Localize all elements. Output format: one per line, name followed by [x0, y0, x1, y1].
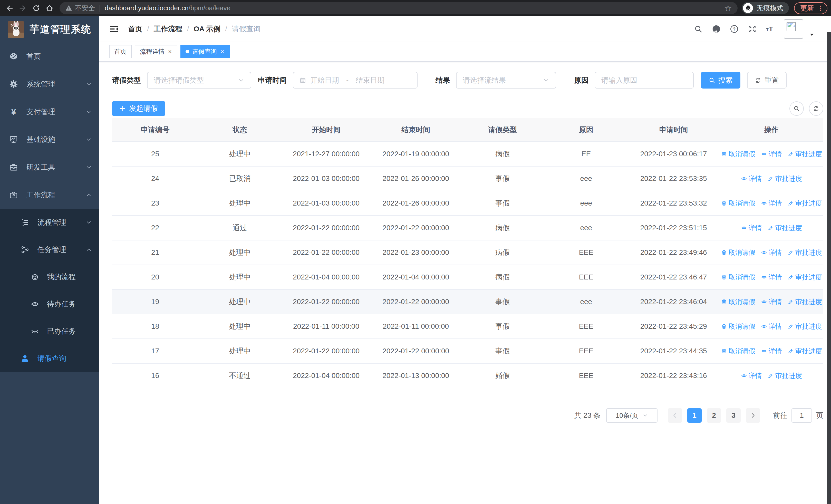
toggle-search-button[interactable] [790, 101, 804, 116]
progress-action-link[interactable]: 审批进度 [768, 371, 802, 380]
sidebar-item-支付管理[interactable]: ¥支付管理 [0, 98, 99, 126]
page-scrollbar[interactable] [827, 32, 831, 504]
progress-action-link[interactable]: 审批进度 [768, 174, 802, 183]
search-button[interactable]: 搜索 [701, 72, 740, 89]
progress-action-link[interactable]: 审批进度 [768, 224, 802, 233]
cell-status: 处理中 [198, 314, 281, 339]
reset-button[interactable]: 重置 [747, 72, 786, 89]
tab-请假查询[interactable]: 请假查询× [180, 45, 230, 58]
progress-action-link[interactable]: 审批进度 [787, 322, 822, 331]
action-label: 详情 [769, 248, 782, 257]
next-page-button[interactable] [746, 408, 760, 423]
cancel-action-link[interactable]: 取消请假 [721, 273, 755, 282]
breadcrumb-item[interactable]: OA 示例 [194, 24, 221, 34]
sidebar-item-工作流程[interactable]: 工作流程 [0, 181, 99, 209]
detail-action-link[interactable]: 详情 [761, 347, 782, 356]
browser-back-button[interactable] [4, 2, 16, 14]
browser-home-button[interactable] [44, 2, 55, 14]
progress-action-link[interactable]: 审批进度 [787, 297, 822, 306]
progress-action-link[interactable]: 审批进度 [787, 273, 822, 282]
page-button-3[interactable]: 3 [726, 408, 741, 423]
breadcrumb-item[interactable]: 首页 [128, 24, 142, 34]
avatar-caret-down-icon[interactable] [809, 32, 814, 37]
cancel-action-link[interactable]: 取消请假 [721, 248, 755, 257]
detail-action-link[interactable]: 详情 [761, 150, 782, 158]
sidebar-item-label: 系统管理 [26, 79, 55, 89]
user-avatar[interactable] [784, 19, 803, 39]
browser-reload-button[interactable] [30, 2, 42, 14]
detail-action-link[interactable]: 详情 [761, 273, 782, 282]
sidebar-item-研发工具[interactable]: 研发工具 [0, 153, 99, 181]
progress-action-link[interactable]: 审批进度 [787, 347, 822, 356]
github-icon[interactable] [712, 25, 721, 33]
refresh-table-button[interactable] [809, 101, 823, 116]
toolbox-icon [9, 163, 18, 172]
detail-action-link[interactable]: 详情 [741, 371, 762, 380]
detail-action-link[interactable]: 详情 [741, 174, 762, 183]
browser-forward-button[interactable] [17, 2, 29, 14]
cancel-action-link[interactable]: 取消请假 [721, 150, 755, 158]
detail-action-link[interactable]: 详情 [741, 224, 762, 233]
font-size-icon[interactable]: TT [766, 25, 775, 33]
result-select[interactable]: 请选择流结果 [456, 72, 556, 89]
briefcase-icon [9, 191, 18, 199]
detail-action-link[interactable]: 详情 [761, 199, 782, 208]
cancel-action-link[interactable]: 取消请假 [721, 199, 755, 208]
apply-time-range-picker[interactable]: 开始日期 - 结束日期 [293, 72, 418, 89]
header-search-icon[interactable] [694, 25, 703, 33]
cell-end: 2022-01-26 00:00:00 [371, 191, 461, 215]
sidebar-item-首页[interactable]: 首页 [0, 42, 99, 70]
cancel-action-link[interactable]: 取消请假 [721, 347, 755, 356]
sidebar-item-请假查询[interactable]: 请假查询 [0, 345, 99, 372]
help-icon[interactable]: ? [730, 25, 739, 33]
detail-action-link[interactable]: 详情 [761, 248, 782, 257]
progress-action-link[interactable]: 审批进度 [787, 248, 822, 257]
page-button-1[interactable]: 1 [687, 408, 701, 423]
tab-首页[interactable]: 首页 [109, 45, 132, 58]
detail-action-link[interactable]: 详情 [761, 297, 782, 306]
sidebar-item-已办任务[interactable]: 已办任务 [0, 318, 99, 345]
row-actions: 详情审批进度 [719, 371, 823, 380]
action-label: 取消请假 [728, 322, 755, 331]
sidebar-collapse-icon[interactable] [109, 24, 119, 34]
not-secure-label: 不安全 [75, 4, 95, 12]
delete-icon [721, 299, 727, 305]
row-actions: 详情审批进度 [719, 224, 823, 233]
page-size-select[interactable]: 10条/页 [606, 408, 658, 423]
sidebar-item-任务管理[interactable]: 任务管理 [0, 236, 99, 263]
fullscreen-icon[interactable] [748, 25, 756, 33]
progress-action-link[interactable]: 审批进度 [787, 150, 822, 158]
bookmark-star-icon[interactable]: ☆ [724, 3, 732, 13]
cell-applied: 2022-01-22 23:46:04 [628, 290, 719, 314]
cell-reason: EEE [545, 240, 628, 265]
tab-流程详情[interactable]: 流程详情× [135, 45, 177, 58]
column-header: 结束时间 [371, 118, 461, 142]
cell-id: 25 [112, 142, 198, 166]
action-label: 审批进度 [795, 273, 822, 282]
goto-page-input[interactable] [792, 408, 812, 423]
tab-close-icon[interactable]: × [168, 48, 172, 55]
sidebar-item-流程管理[interactable]: 流程管理 [0, 209, 99, 236]
cancel-action-link[interactable]: 取消请假 [721, 322, 755, 331]
page-button-2[interactable]: 2 [707, 408, 721, 423]
browser-update-button[interactable]: 更新 [794, 2, 827, 14]
sidebar-item-基础设施[interactable]: 基础设施 [0, 126, 99, 153]
app-logo[interactable]: 芋道管理系统 [0, 16, 99, 42]
sidebar-item-我的流程[interactable]: 我的流程 [0, 263, 99, 291]
cancel-action-link[interactable]: 取消请假 [721, 297, 755, 306]
sidebar-item-待办任务[interactable]: 待办任务 [0, 291, 99, 318]
breadcrumb-item[interactable]: 工作流程 [154, 24, 182, 34]
browser-menu-icon[interactable] [817, 5, 824, 12]
tab-close-icon[interactable]: × [220, 48, 225, 55]
column-header: 申请时间 [628, 118, 719, 142]
cell-start: 2022-01-22 00:00:00 [281, 290, 371, 314]
prev-page-button[interactable] [668, 408, 682, 423]
sidebar-item-系统管理[interactable]: 系统管理 [0, 70, 99, 98]
reason-input[interactable]: 请输入原因 [595, 72, 694, 89]
leave-type-select[interactable]: 请选择请假类型 [147, 72, 251, 89]
address-bar[interactable]: 不安全 dashboard.yudao.iocoder.cn/bpm/oa/le… [60, 2, 738, 14]
detail-action-link[interactable]: 详情 [761, 322, 782, 331]
row-actions: 取消请假详情审批进度 [719, 150, 823, 158]
progress-action-link[interactable]: 审批进度 [787, 199, 822, 208]
create-leave-button[interactable]: 发起请假 [112, 101, 165, 116]
